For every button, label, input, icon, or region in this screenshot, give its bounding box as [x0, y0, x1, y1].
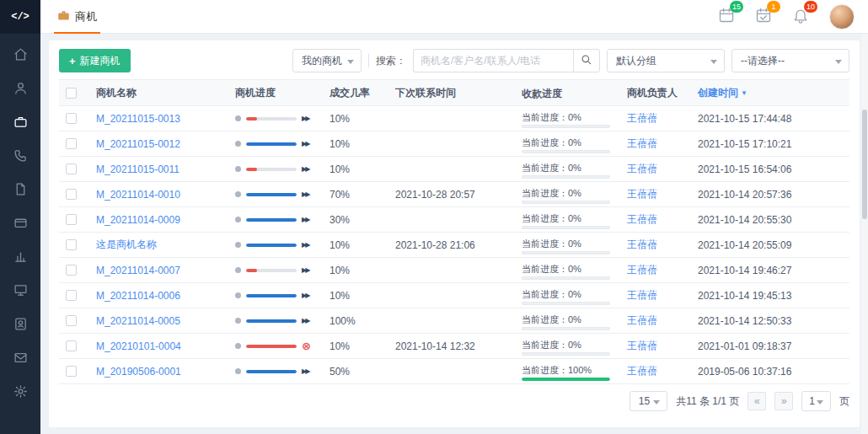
owner-link[interactable]: 王蓓蓓 [627, 162, 657, 176]
table-row[interactable]: M_20211015-0011 ▶▶ 10% 当前进度：0% 王蓓蓓 2021-… [59, 157, 849, 182]
owner-link[interactable]: 王蓓蓓 [627, 263, 657, 277]
sidebar-item-customers[interactable] [0, 72, 40, 106]
app-logo[interactable]: </> [0, 0, 40, 34]
page-size-value: 15 [639, 395, 650, 407]
next-page-button[interactable]: » [774, 392, 793, 410]
select-all-checkbox[interactable] [66, 88, 77, 99]
row-checkbox[interactable] [66, 315, 77, 326]
opportunity-name-link[interactable]: M_20211015-0012 [96, 138, 180, 150]
row-checkbox[interactable] [66, 290, 77, 301]
table-row[interactable]: M_20210101-0004 ⊗ 10% 2021-10-14 12:32 当… [59, 334, 849, 359]
opportunity-name-link[interactable]: M_20211014-0007 [96, 265, 180, 276]
table-row[interactable]: M_20211014-0009 ▶▶ 30% 当前进度：0% 王蓓蓓 2021-… [59, 207, 849, 233]
owner-link[interactable]: 王蓓蓓 [627, 364, 657, 378]
table-row[interactable]: M_20211014-0010 ▶▶ 70% 2021-10-28 20:57 … [59, 182, 849, 207]
opportunity-name-link[interactable]: M_20211014-0006 [96, 290, 180, 302]
opportunity-name-link[interactable]: M_20211014-0009 [96, 214, 180, 226]
sidebar-item-business[interactable] [0, 106, 40, 140]
progress-bar-track [246, 269, 297, 272]
owner-link[interactable]: 王蓓蓓 [627, 111, 657, 126]
next-contact-time-cell: 2021-10-28 21:06 [392, 239, 518, 251]
stage-progress-widget[interactable]: ▶▶ [235, 267, 308, 274]
stage-progress-widget[interactable]: ▶▶ [235, 191, 308, 198]
sidebar-item-workbench[interactable] [0, 275, 40, 308]
table-row[interactable]: M_20211014-0007 ▶▶ 10% 当前进度：0% 王蓓蓓 2021-… [59, 258, 849, 283]
owner-link[interactable]: 王蓓蓓 [627, 137, 657, 151]
row-checkbox[interactable] [66, 340, 77, 351]
owner-link[interactable]: 王蓓蓓 [627, 313, 657, 328]
table-row[interactable]: M_20211015-0012 ▶▶ 10% 当前进度：0% 王蓓蓓 2021-… [59, 131, 849, 157]
deal-rate-cell: 10% [326, 239, 392, 251]
task-calendar-button[interactable]: 1 [755, 7, 772, 26]
row-checkbox[interactable] [66, 366, 77, 377]
opportunity-name-link[interactable]: M_20190506-0001 [96, 366, 181, 378]
opportunity-name-link[interactable]: 这是商机名称 [96, 238, 157, 252]
opportunity-name-link[interactable]: M_20211014-0005 [96, 315, 180, 327]
stage-progress-widget[interactable]: ▶▶ [235, 115, 308, 122]
payment-progress-cell: 当前进度：0% [518, 336, 624, 356]
sidebar-item-addressbook[interactable] [0, 308, 40, 342]
sidebar-item-contracts[interactable] [0, 174, 40, 207]
table-row[interactable]: M_20211015-0013 ▶▶ 10% 当前进度：0% 王蓓蓓 2021-… [59, 106, 849, 131]
table-row[interactable]: 这是商机名称 ▶▶ 10% 2021-10-28 21:06 当前进度：0% 王… [59, 233, 849, 258]
stage-progress-widget[interactable]: ▶▶ [235, 368, 308, 375]
stage-progress-widget[interactable]: ▶▶ [235, 141, 308, 147]
owner-link[interactable]: 王蓓蓓 [627, 238, 657, 252]
stage-progress-widget[interactable]: ▶▶ [235, 166, 308, 173]
stage-progress-widget[interactable]: ⊗ [235, 340, 311, 351]
next-contact-time-cell: 2021-10-28 20:57 [392, 189, 518, 201]
col-header-created[interactable]: 创建时间 ▼ [694, 86, 849, 100]
divider [368, 54, 369, 67]
search-input[interactable] [413, 49, 573, 72]
stage-progress-widget[interactable]: ▶▶ [235, 292, 308, 299]
sidebar-item-finance[interactable] [0, 207, 40, 241]
payment-progress-cell: 当前进度：0% [518, 235, 624, 255]
payment-progress-label: 当前进度：100% [522, 364, 620, 376]
status-filter-select[interactable]: --请选择-- [731, 49, 849, 72]
sidebar-item-home[interactable] [0, 39, 40, 72]
user-avatar[interactable] [829, 4, 855, 29]
stage-progress-widget[interactable]: ▶▶ [235, 318, 308, 324]
row-checkbox[interactable] [66, 138, 77, 149]
sidebar-item-reports[interactable] [0, 241, 40, 275]
sidebar-item-mail[interactable] [0, 342, 40, 376]
progress-bar-fill [246, 218, 297, 222]
sidebar-item-calls[interactable] [0, 140, 40, 174]
opportunity-name-link[interactable]: M_20211015-0011 [96, 163, 179, 175]
scope-select[interactable]: 我的商机 [292, 49, 362, 72]
row-checkbox[interactable] [66, 265, 77, 276]
owner-link[interactable]: 王蓓蓓 [627, 339, 657, 353]
progress-end-icon: ▶▶ [302, 217, 308, 223]
row-checkbox[interactable] [66, 113, 77, 124]
row-checkbox[interactable] [66, 189, 77, 200]
new-business-button[interactable]: + 新建商机 [59, 49, 131, 72]
opportunity-name-link[interactable]: M_20211014-0010 [96, 189, 180, 201]
deal-rate-cell: 10% [326, 290, 392, 302]
opportunity-name-link[interactable]: M_20210101-0004 [96, 340, 181, 352]
progress-bar-fill [246, 345, 297, 348]
notification-bell-button[interactable]: 10 [792, 7, 809, 26]
table-row[interactable]: M_20190506-0001 ▶▶ 50% 当前进度：100% 王蓓蓓 201… [59, 359, 849, 384]
search-button[interactable] [573, 49, 600, 72]
stage-progress-widget[interactable]: ▶▶ [235, 242, 308, 249]
prev-page-button[interactable]: « [747, 392, 766, 410]
opportunity-name-link[interactable]: M_20211015-0013 [96, 113, 180, 125]
row-checkbox[interactable] [66, 163, 77, 174]
owner-link[interactable]: 王蓓蓓 [627, 187, 657, 201]
sidebar-nav [0, 34, 40, 410]
sidebar-item-settings[interactable] [0, 376, 40, 410]
scrollbar-thumb[interactable] [862, 110, 867, 219]
page-size-select[interactable]: 15 [630, 391, 667, 411]
home-icon [13, 47, 28, 64]
page-jump-select[interactable]: 1 [801, 391, 831, 411]
table-row[interactable]: M_20211014-0006 ▶▶ 10% 当前进度：0% 王蓓蓓 2021-… [59, 283, 849, 308]
owner-link[interactable]: 王蓓蓓 [627, 288, 657, 303]
table-row[interactable]: M_20211014-0005 ▶▶ 100% 当前进度：0% 王蓓蓓 2021… [59, 308, 849, 334]
stage-progress-widget[interactable]: ▶▶ [235, 217, 308, 223]
group-select[interactable]: 默认分组 [607, 49, 725, 72]
row-checkbox[interactable] [66, 239, 77, 250]
row-checkbox[interactable] [66, 214, 77, 225]
owner-link[interactable]: 王蓓蓓 [627, 212, 657, 227]
log-calendar-button[interactable]: 15 [718, 7, 735, 26]
tab-business[interactable]: 商机 [54, 0, 100, 34]
